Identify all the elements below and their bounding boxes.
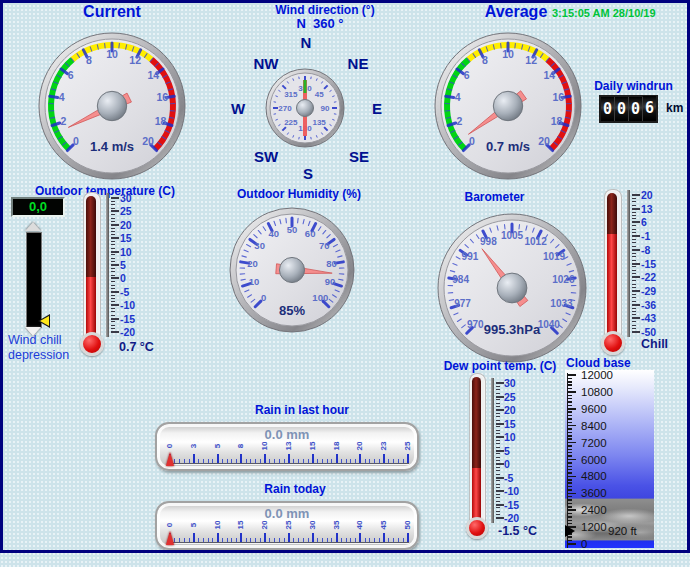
svg-text:40: 40 bbox=[269, 228, 280, 239]
svg-text:4: 4 bbox=[455, 91, 461, 103]
svg-text:970: 970 bbox=[467, 319, 484, 330]
outdoor-temperature-value: 0.7 °C bbox=[119, 340, 154, 354]
cardinal-se: SE bbox=[349, 148, 369, 165]
barometer-title: Barometer bbox=[422, 190, 567, 204]
svg-text:270: 270 bbox=[278, 104, 292, 113]
wind-direction-title: Wind direction (°) bbox=[240, 3, 410, 17]
timestamp: 3:15:05 AM 28/10/19 bbox=[552, 7, 656, 19]
svg-text:90: 90 bbox=[321, 104, 330, 113]
cloud-base-pointer-icon bbox=[565, 525, 575, 537]
rain-today-gauge: 0.0 mm 05101520253035404550 bbox=[155, 501, 419, 550]
svg-text:85%: 85% bbox=[279, 303, 305, 318]
cardinal-w: W bbox=[231, 100, 245, 117]
current-wind-gauge: 024681012141618201.4 m/s bbox=[37, 31, 187, 181]
svg-text:8: 8 bbox=[86, 54, 92, 66]
svg-text:991: 991 bbox=[462, 251, 479, 262]
chill-label: Chill bbox=[641, 337, 668, 351]
cardinal-n: N bbox=[301, 34, 312, 51]
chill-thermometer: 20136-1-8-15-22-29-36-43-50 bbox=[600, 185, 675, 360]
daily-windrun-label: Daily windrun bbox=[586, 79, 681, 93]
svg-text:6: 6 bbox=[68, 69, 74, 81]
windrun-odometer: 0006 bbox=[599, 95, 658, 123]
svg-text:4: 4 bbox=[59, 91, 65, 103]
cloud-base-title: Cloud base bbox=[566, 356, 628, 370]
dew-point-title: Dew point temp. (C) bbox=[430, 359, 570, 373]
outdoor-temperature-thermometer: 302520151050-5-10-15-20 bbox=[80, 190, 155, 365]
barometer-gauge: 9709779849919981005101210191026103310409… bbox=[436, 212, 588, 364]
current-wind-title: Current bbox=[37, 3, 187, 21]
svg-text:90: 90 bbox=[325, 276, 336, 287]
dew-point-thermometer: 302520151050-5-10-15-20 bbox=[465, 373, 540, 543]
humidity-gauge: 010203040506070809010085% bbox=[228, 206, 356, 334]
svg-text:995.3hPa: 995.3hPa bbox=[484, 322, 541, 337]
svg-text:1.4 m/s: 1.4 m/s bbox=[90, 139, 134, 154]
svg-text:45: 45 bbox=[315, 90, 324, 99]
svg-text:0: 0 bbox=[73, 135, 79, 147]
svg-text:1040: 1040 bbox=[538, 319, 561, 330]
svg-text:1019: 1019 bbox=[543, 251, 566, 262]
svg-text:70: 70 bbox=[319, 240, 330, 251]
svg-text:10: 10 bbox=[502, 48, 514, 60]
svg-text:20: 20 bbox=[538, 135, 550, 147]
svg-text:10: 10 bbox=[249, 276, 260, 287]
svg-text:14: 14 bbox=[543, 69, 555, 81]
svg-text:1026: 1026 bbox=[552, 274, 575, 285]
svg-text:0: 0 bbox=[469, 135, 475, 147]
temperature-lcd: 0,0 bbox=[11, 197, 65, 217]
svg-text:984: 984 bbox=[452, 274, 469, 285]
cardinal-s: S bbox=[303, 165, 313, 182]
svg-text:80: 80 bbox=[326, 258, 337, 269]
svg-text:135: 135 bbox=[312, 118, 326, 127]
svg-text:2: 2 bbox=[61, 115, 67, 127]
wind-chill-slider-pointer[interactable] bbox=[38, 314, 51, 328]
wind-direction-compass: 3604590135180225270315 bbox=[264, 67, 346, 149]
svg-text:18: 18 bbox=[155, 115, 167, 127]
rain-last-hour-title: Rain in last hour bbox=[202, 403, 402, 417]
cardinal-sw: SW bbox=[254, 148, 278, 165]
weather-dashboard: { "window": { "timestamp": "3:15:05 AM 2… bbox=[0, 0, 690, 567]
svg-text:20: 20 bbox=[142, 135, 154, 147]
svg-text:16: 16 bbox=[553, 91, 565, 103]
svg-text:0.7 m/s: 0.7 m/s bbox=[486, 139, 530, 154]
rain-pointer-icon bbox=[166, 531, 174, 545]
rain-today-title: Rain today bbox=[195, 482, 395, 496]
svg-text:10: 10 bbox=[106, 48, 118, 60]
rain-pointer-icon bbox=[166, 452, 174, 466]
svg-text:1012: 1012 bbox=[524, 236, 547, 247]
svg-text:315: 315 bbox=[284, 90, 298, 99]
svg-text:6: 6 bbox=[464, 69, 470, 81]
windrun-unit: km bbox=[666, 101, 683, 115]
humidity-title: Outdoor Humidity (%) bbox=[209, 187, 389, 201]
cardinal-ne: NE bbox=[348, 55, 369, 72]
svg-text:50: 50 bbox=[287, 224, 298, 235]
cloud-base-value: 920 ft bbox=[608, 525, 637, 537]
svg-text:1033: 1033 bbox=[550, 298, 573, 309]
average-wind-gauge: 024681012141618200.7 m/s bbox=[433, 31, 583, 181]
svg-text:30: 30 bbox=[254, 240, 265, 251]
svg-text:2: 2 bbox=[457, 115, 463, 127]
rain-last-hour-gauge: 0.0 mm 035810131518202325 bbox=[155, 422, 419, 471]
cloud-base-gauge: 920 ft 012002400360048006000720084009600… bbox=[565, 370, 654, 548]
svg-text:0: 0 bbox=[261, 292, 266, 303]
wind-direction-readout: N 360 ° bbox=[240, 16, 400, 31]
svg-text:1005: 1005 bbox=[501, 230, 524, 241]
cardinal-e: E bbox=[372, 100, 382, 117]
svg-text:225: 225 bbox=[284, 118, 298, 127]
svg-text:60: 60 bbox=[305, 228, 316, 239]
odometer-digit: 6 bbox=[643, 96, 656, 120]
svg-text:100: 100 bbox=[312, 292, 328, 303]
odometer-digit: 0 bbox=[629, 97, 643, 121]
svg-text:18: 18 bbox=[551, 115, 563, 127]
dew-point-value: -1.5 °C bbox=[498, 524, 537, 538]
odometer-digit: 0 bbox=[601, 97, 615, 121]
svg-text:20: 20 bbox=[247, 258, 258, 269]
odometer-digit: 0 bbox=[615, 97, 629, 121]
svg-text:977: 977 bbox=[454, 298, 471, 309]
slider-up-icon[interactable] bbox=[25, 222, 41, 231]
svg-text:12: 12 bbox=[129, 54, 141, 66]
svg-text:12: 12 bbox=[525, 54, 537, 66]
svg-text:16: 16 bbox=[157, 91, 169, 103]
svg-text:8: 8 bbox=[482, 54, 488, 66]
svg-text:14: 14 bbox=[147, 69, 159, 81]
svg-text:998: 998 bbox=[480, 236, 497, 247]
